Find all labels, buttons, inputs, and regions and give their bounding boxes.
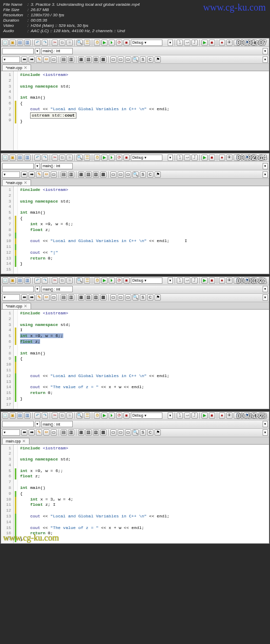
stop-icon[interactable]: ■ (123, 155, 130, 161)
grid1-icon[interactable]: ▦ (78, 294, 84, 301)
step-into-icon[interactable]: ⤵ (177, 40, 183, 46)
grid1-icon[interactable]: ▦ (78, 429, 84, 436)
step-out-icon[interactable]: ⤴ (191, 155, 198, 161)
save-icon[interactable]: ▤ (17, 40, 23, 46)
breakpoint-icon[interactable]: ● (219, 155, 225, 161)
search-icon[interactable]: 🔍 (132, 56, 139, 63)
breakpoint-icon[interactable]: ● (219, 277, 225, 284)
back-icon[interactable]: ⬅ (21, 294, 27, 301)
paste-icon[interactable]: ⎘ (66, 40, 73, 46)
watch-icon[interactable]: 👁 (226, 40, 233, 46)
copy-icon[interactable]: ⧉ (59, 412, 65, 419)
grid3-icon[interactable]: ▨ (93, 294, 99, 301)
mark-icon[interactable]: ⚑ (155, 171, 161, 178)
cut-icon[interactable]: ✂ (52, 277, 58, 284)
find-icon[interactable]: 🔍 (76, 40, 83, 46)
s-label[interactable]: S (140, 171, 146, 178)
debug-continue-icon[interactable]: ▶ (201, 155, 208, 161)
build-run-icon[interactable]: ⏵ (109, 40, 115, 46)
erase-icon[interactable]: ▭ (51, 56, 57, 63)
debug-continue-icon[interactable]: ▶ (201, 412, 208, 419)
save-icon[interactable]: ▤ (17, 155, 23, 161)
brush-icon[interactable]: ✎ (36, 294, 42, 301)
brush-icon[interactable]: ✎ (36, 429, 42, 436)
editor-tab[interactable]: *main.cpp ✕ (2, 179, 31, 186)
debug-stop-icon[interactable]: ■ (209, 40, 215, 46)
editor-tab[interactable]: main.cpp ✕ (2, 438, 30, 444)
run-icon[interactable]: ▶ (101, 40, 108, 46)
watch-icon[interactable]: 👁 (226, 277, 233, 284)
build-config-combo[interactable]: Debug ▾ (131, 155, 162, 161)
highlight-icon[interactable]: ✏ (43, 171, 50, 178)
grid3-icon[interactable]: ▨ (93, 171, 99, 178)
target-combo[interactable]: ▾ (168, 40, 173, 46)
code-editor[interactable]: 123456789101112131415 #include <iostream… (1, 186, 269, 274)
run-icon[interactable]: ▶ (101, 155, 108, 161)
back-icon[interactable]: ⬅ (21, 429, 27, 436)
rebuild-icon[interactable]: ⟳ (116, 155, 122, 161)
right-combo[interactable]: ▾ (263, 171, 268, 178)
nav-combo[interactable]: ▾ (263, 163, 268, 169)
box1-icon[interactable]: ▭ (110, 294, 117, 301)
grid4-icon[interactable]: ▩ (100, 56, 107, 63)
step-over-icon[interactable]: ⤻ (184, 40, 190, 46)
editor-tab[interactable]: *main.cpp ✕ (2, 303, 31, 309)
step-into-icon[interactable]: ⤵ (177, 277, 183, 284)
debug-stop-icon[interactable]: ■ (209, 412, 215, 419)
scope-combo[interactable] (2, 163, 34, 169)
right-combo[interactable]: ▾ (263, 294, 268, 301)
build-config-combo[interactable]: Debug ▾ (131, 277, 162, 284)
debug-continue-icon[interactable]: ▶ (201, 277, 208, 284)
nav-combo[interactable]: ▾ (263, 421, 268, 427)
layout1-icon[interactable]: ▤ (61, 56, 67, 63)
grid4-icon[interactable]: ▩ (100, 294, 107, 301)
save-all-icon[interactable]: ▥ (24, 40, 31, 46)
target-combo[interactable]: ▾ (168, 155, 173, 161)
perspective-combo[interactable]: ▾ (2, 429, 20, 436)
debug-continue-icon[interactable]: ▶ (201, 40, 208, 46)
code-content[interactable]: #include <iostream> using namespace std;… (18, 71, 269, 150)
code-editor[interactable]: 1234567891011121314151617 #include <iost… (1, 445, 269, 544)
open-icon[interactable]: ▣ (9, 155, 16, 161)
box3-icon[interactable]: ▭ (125, 171, 131, 178)
save-all-icon[interactable]: ▥ (24, 155, 31, 161)
search-icon[interactable]: 🔍 (132, 171, 139, 178)
brush-icon[interactable]: ✎ (36, 56, 42, 63)
box1-icon[interactable]: ▭ (110, 171, 117, 178)
close-icon[interactable]: ✕ (24, 65, 27, 70)
s-label[interactable]: S (140, 56, 146, 63)
close-icon[interactable]: ✕ (22, 439, 26, 444)
copy-icon[interactable]: ⧉ (59, 277, 65, 284)
step-over-icon[interactable]: ⤻ (184, 155, 190, 161)
paste-icon[interactable]: ⎘ (66, 277, 73, 284)
perspective-combo[interactable]: ▾ (2, 171, 20, 178)
debug-stop-icon[interactable]: ■ (209, 277, 215, 284)
box2-icon[interactable]: ▭ (118, 294, 124, 301)
step-out-icon[interactable]: ⤴ (191, 412, 198, 419)
find-icon[interactable]: 🔍 (76, 277, 83, 284)
grid2-icon[interactable]: ▧ (85, 294, 92, 301)
build-icon[interactable]: ⚙ (94, 40, 100, 46)
stop-icon[interactable]: ■ (123, 40, 130, 46)
build-run-icon[interactable]: ⏵ (109, 412, 115, 419)
replace-icon[interactable]: ☰ (84, 40, 90, 46)
copy-icon[interactable]: ⧉ (59, 155, 65, 161)
cut-icon[interactable]: ✂ (52, 40, 58, 46)
replace-icon[interactable]: ☰ (84, 412, 90, 419)
erase-icon[interactable]: ▭ (51, 171, 57, 178)
scope-drop-icon[interactable]: ▾ (35, 421, 40, 427)
scope-drop-icon[interactable]: ▾ (35, 286, 40, 292)
undo-icon[interactable]: ↶ (34, 40, 41, 46)
code-editor[interactable]: 1234567891011121314151617 #include <iost… (1, 310, 269, 409)
save-all-icon[interactable]: ▥ (24, 277, 31, 284)
rebuild-icon[interactable]: ⟳ (116, 40, 122, 46)
grid1-icon[interactable]: ▦ (78, 56, 84, 63)
build-icon[interactable]: ⚙ (94, 412, 100, 419)
grid2-icon[interactable]: ▧ (85, 171, 92, 178)
code-content[interactable]: #include <iostream> using namespace std;… (18, 186, 269, 274)
grid4-icon[interactable]: ▩ (100, 171, 107, 178)
open-icon[interactable]: ▣ (9, 412, 16, 419)
build-icon[interactable]: ⚙ (94, 277, 100, 284)
layout1-icon[interactable]: ▤ (61, 429, 67, 436)
code-content[interactable]: #include <iostream> using namespace std;… (18, 310, 269, 409)
